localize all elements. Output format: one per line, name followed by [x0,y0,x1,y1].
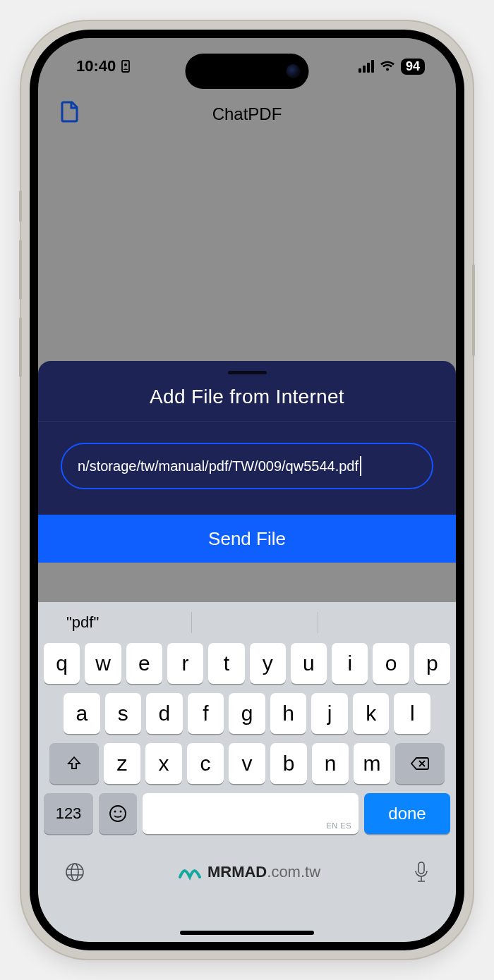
divider [38,421,456,422]
shift-icon [66,755,83,772]
key-z[interactable]: z [104,743,140,784]
key-u[interactable]: u [291,643,327,684]
key-j[interactable]: j [311,693,348,734]
suggestion-item[interactable]: "pdf" [51,613,191,632]
key-i[interactable]: i [332,643,368,684]
key-d[interactable]: d [146,693,183,734]
key-e[interactable]: e [126,643,162,684]
dynamic-island [186,54,309,89]
key-o[interactable]: o [373,643,409,684]
key-row-1: q w e r t y u i o p [38,643,456,684]
space-lang-label: EN ES [326,821,351,830]
side-button [19,190,22,222]
key-g[interactable]: g [229,693,265,734]
globe-icon [64,861,86,883]
done-key[interactable]: done [364,793,450,834]
svg-rect-7 [418,862,424,874]
svg-point-1 [124,63,127,66]
key-w[interactable]: w [85,643,121,684]
emoji-icon [108,804,128,823]
key-c[interactable]: c [187,743,224,784]
shift-key[interactable] [49,743,99,784]
emoji-key[interactable] [99,793,137,834]
key-l[interactable]: l [394,693,430,734]
power-button [472,264,475,356]
page-title: ChatPDF [212,104,282,124]
phone-bezel: 10:40 94 ChatPDF Add File from Internet [30,30,464,950]
key-x[interactable]: x [145,743,182,784]
home-indicator[interactable] [180,931,314,935]
key-b[interactable]: b [270,743,307,784]
key-row-3: z x c v b n m [38,743,456,784]
microphone-icon [412,860,430,884]
key-a[interactable]: a [64,693,100,734]
key-q[interactable]: q [44,643,80,684]
svg-point-5 [66,864,83,881]
globe-key[interactable] [64,861,86,883]
space-key[interactable]: EN ES [143,793,359,834]
svg-point-3 [114,811,116,813]
screen: 10:40 94 ChatPDF Add File from Internet [38,38,456,942]
front-camera [287,64,301,78]
numeric-key[interactable]: 123 [44,793,93,834]
url-input-value: n/storage/tw/manual/pdf/TW/009/qw5544.pd… [78,458,359,474]
key-y[interactable]: y [250,643,286,684]
battery-level: 94 [401,59,425,75]
sheet-title: Add File from Internet [38,386,456,408]
keyboard-bottom-row: MRMAD.com.tw [38,843,456,894]
send-file-button[interactable]: Send File [38,515,456,563]
wifi-icon [380,60,395,73]
divider [318,612,318,633]
volume-down-button [19,317,22,377]
document-icon[interactable] [59,100,80,123]
key-v[interactable]: v [229,743,265,784]
brand-watermark: MRMAD.com.tw [178,863,320,881]
volume-up-button [19,240,22,300]
url-input[interactable]: n/storage/tw/manual/pdf/TW/009/qw5544.pd… [61,443,433,489]
svg-point-2 [110,806,126,821]
brand-logo-icon [178,863,202,881]
text-caret [360,456,361,476]
key-s[interactable]: s [105,693,142,734]
key-r[interactable]: r [167,643,203,684]
cellular-signal-icon [359,60,374,73]
key-h[interactable]: h [270,693,307,734]
svg-point-6 [71,864,78,881]
key-m[interactable]: m [354,743,390,784]
id-card-icon [120,60,131,73]
phone-frame: 10:40 94 ChatPDF Add File from Internet [21,21,473,959]
suggestion-bar: "pdf" [38,602,456,643]
nav-header: ChatPDF [38,94,456,133]
backspace-key[interactable] [395,743,445,784]
key-n[interactable]: n [312,743,349,784]
key-row-2: a s d f g h j k l [38,693,456,734]
backspace-icon [410,756,430,771]
key-f[interactable]: f [188,693,224,734]
key-t[interactable]: t [208,643,244,684]
sheet-grabber[interactable] [228,371,267,374]
key-row-bottom: 123 EN ES done [38,793,456,834]
divider [191,612,192,633]
dictation-key[interactable] [412,860,430,884]
key-k[interactable]: k [353,693,390,734]
key-p[interactable]: p [414,643,450,684]
add-file-sheet: Add File from Internet n/storage/tw/manu… [38,361,456,563]
svg-point-4 [120,811,122,813]
status-time: 10:40 [76,57,116,75]
keyboard: "pdf" q w e r t y u i o p [38,602,456,942]
